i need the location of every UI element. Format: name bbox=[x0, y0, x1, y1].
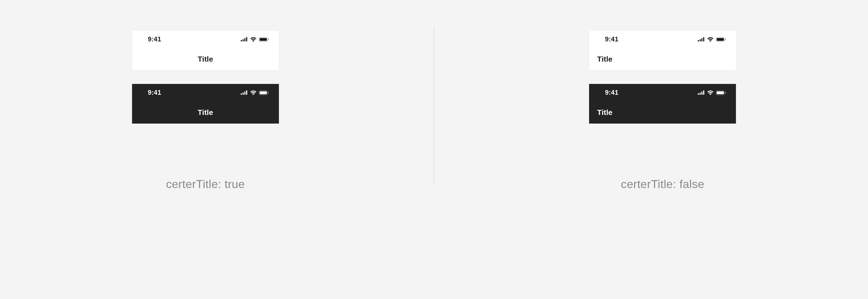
battery-icon bbox=[259, 90, 269, 95]
wifi-icon bbox=[250, 90, 257, 95]
svg-rect-5 bbox=[259, 38, 267, 41]
wifi-icon bbox=[707, 37, 714, 42]
status-bar: 9:41 bbox=[589, 31, 736, 48]
status-time: 9:41 bbox=[148, 36, 161, 43]
svg-rect-27 bbox=[725, 92, 726, 94]
cellular-icon bbox=[698, 37, 705, 41]
appbar-left: Title bbox=[589, 48, 736, 70]
svg-rect-17 bbox=[703, 37, 704, 41]
appbar-title: Title bbox=[597, 108, 612, 117]
comparison-columns: 9:41 Title 9:41 bbox=[0, 31, 868, 191]
cellular-icon bbox=[241, 90, 248, 95]
battery-icon bbox=[259, 37, 269, 42]
wifi-icon bbox=[707, 90, 714, 95]
svg-rect-14 bbox=[698, 40, 699, 41]
status-time: 9:41 bbox=[605, 36, 618, 43]
svg-rect-12 bbox=[259, 91, 267, 94]
phone-frame-light-left: 9:41 Title bbox=[589, 31, 736, 70]
svg-rect-13 bbox=[268, 92, 269, 94]
phone-frame-light-centered: 9:41 Title bbox=[132, 31, 279, 70]
status-bar: 9:41 bbox=[132, 31, 279, 48]
svg-rect-19 bbox=[717, 38, 724, 41]
svg-rect-1 bbox=[243, 39, 244, 41]
battery-icon bbox=[716, 37, 726, 42]
column-center-true: 9:41 Title 9:41 bbox=[0, 31, 434, 191]
status-indicators bbox=[241, 90, 269, 95]
svg-rect-20 bbox=[725, 39, 726, 40]
status-indicators bbox=[698, 37, 726, 42]
appbar-title: Title bbox=[198, 108, 213, 117]
status-bar: 9:41 bbox=[132, 84, 279, 101]
wifi-icon bbox=[250, 37, 257, 42]
phone-frame-dark-centered: 9:41 Title bbox=[132, 84, 279, 124]
appbar-centered: Title bbox=[132, 48, 279, 70]
column-center-false: 9:41 Title 9:41 bbox=[434, 31, 868, 191]
svg-rect-10 bbox=[246, 90, 247, 95]
appbar-title: Title bbox=[198, 55, 213, 63]
battery-icon bbox=[716, 90, 726, 95]
svg-rect-8 bbox=[243, 93, 244, 95]
appbar-left: Title bbox=[589, 101, 736, 124]
appbar-centered: Title bbox=[132, 101, 279, 124]
svg-rect-22 bbox=[700, 93, 701, 95]
status-indicators bbox=[698, 90, 726, 95]
svg-rect-24 bbox=[703, 90, 704, 95]
svg-rect-6 bbox=[268, 39, 269, 40]
svg-rect-16 bbox=[701, 38, 702, 41]
status-time: 9:41 bbox=[148, 89, 161, 97]
phone-frame-dark-left: 9:41 Title bbox=[589, 84, 736, 124]
cellular-icon bbox=[241, 37, 248, 41]
svg-rect-0 bbox=[241, 40, 242, 41]
svg-rect-15 bbox=[700, 39, 701, 41]
svg-rect-9 bbox=[244, 92, 245, 95]
caption-center-false: certerTitle: false bbox=[621, 178, 704, 191]
svg-rect-2 bbox=[244, 38, 245, 41]
status-indicators bbox=[241, 37, 269, 42]
status-time: 9:41 bbox=[605, 89, 618, 97]
svg-rect-26 bbox=[717, 91, 724, 94]
svg-rect-21 bbox=[698, 93, 699, 95]
svg-rect-23 bbox=[701, 92, 702, 95]
svg-rect-3 bbox=[246, 37, 247, 41]
caption-center-true: certerTitle: true bbox=[166, 178, 245, 191]
status-bar: 9:41 bbox=[589, 84, 736, 101]
cellular-icon bbox=[698, 90, 705, 95]
svg-rect-7 bbox=[241, 93, 242, 95]
appbar-title: Title bbox=[597, 55, 612, 63]
